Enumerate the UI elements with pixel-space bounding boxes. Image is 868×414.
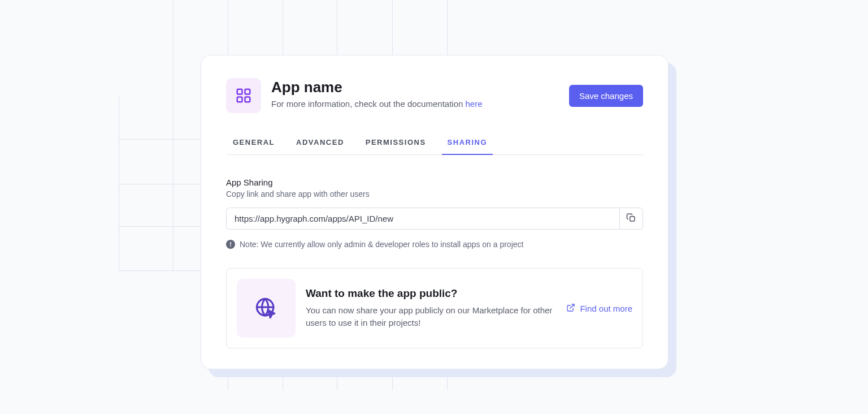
copy-icon: [626, 213, 636, 225]
find-out-more-link[interactable]: Find out more: [566, 303, 632, 314]
tabs-bar: General Advanced Permissions Sharing: [226, 138, 643, 155]
share-url-row: [226, 208, 643, 230]
app-subtitle: For more information, check out the docu…: [271, 99, 483, 109]
svg-rect-1: [245, 89, 250, 94]
promo-title: Want to make the app public?: [306, 287, 556, 300]
svg-line-6: [570, 304, 574, 308]
info-icon: !: [226, 240, 235, 249]
tab-permissions[interactable]: Permissions: [366, 138, 426, 154]
card-header: App name For more information, check out…: [226, 78, 643, 113]
promo-card: Want to make the app public? You can now…: [226, 268, 643, 348]
tab-sharing[interactable]: Sharing: [448, 138, 487, 154]
svg-rect-3: [245, 97, 250, 102]
app-grid-icon: [226, 78, 261, 113]
section-title: App Sharing: [226, 178, 643, 187]
section-subtitle: Copy link and share app with other users: [226, 189, 643, 199]
note-text: Note: We currently allow only admin & de…: [240, 240, 523, 249]
settings-card: App name For more information, check out…: [201, 55, 669, 369]
share-url-input[interactable]: [226, 208, 619, 230]
external-link-icon: [566, 303, 575, 314]
svg-rect-4: [630, 217, 635, 221]
svg-rect-2: [237, 97, 242, 102]
promo-cta-label: Find out more: [580, 304, 632, 313]
tab-advanced[interactable]: Advanced: [296, 138, 344, 154]
tab-general[interactable]: General: [233, 138, 275, 154]
note-row: ! Note: We currently allow only admin & …: [226, 240, 643, 249]
promo-text: You can now share your app publicly on o…: [306, 304, 554, 330]
globe-cursor-icon: [237, 279, 296, 338]
svg-rect-0: [237, 89, 242, 94]
docs-link[interactable]: here: [466, 99, 483, 109]
copy-button[interactable]: [619, 208, 643, 230]
app-title: App name: [271, 78, 483, 97]
save-button[interactable]: Save changes: [569, 85, 643, 107]
